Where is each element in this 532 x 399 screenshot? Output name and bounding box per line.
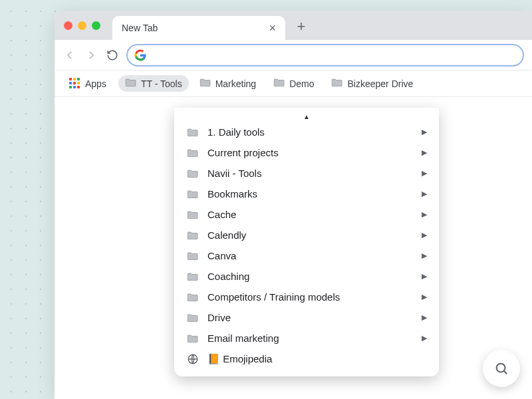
dropdown-item-label: 📙 Emojipedia xyxy=(207,353,272,365)
forward-button[interactable] xyxy=(84,48,98,63)
submenu-arrow-icon: ▶ xyxy=(422,231,427,239)
folder-icon xyxy=(273,78,285,89)
dropdown-item-label: Navii - Tools xyxy=(207,168,261,179)
maximize-window-button[interactable] xyxy=(92,21,100,30)
search-fab[interactable] xyxy=(483,350,520,387)
submenu-arrow-icon: ▶ xyxy=(422,334,427,342)
folder-icon xyxy=(186,272,200,281)
dropdown-item[interactable]: Cache▶ xyxy=(174,204,439,225)
folder-icon xyxy=(186,231,200,240)
bookmark-label: TT - Tools xyxy=(141,78,182,89)
dropdown-item-label: Current projects xyxy=(207,147,279,158)
folder-icon xyxy=(200,78,211,89)
dropdown-item-label: Coaching xyxy=(207,271,249,282)
folder-icon xyxy=(186,251,200,261)
tab-new-tab[interactable]: New Tab × xyxy=(112,16,285,40)
dropdown-item-label: Email marketing xyxy=(207,332,279,344)
bookmark-folder-marketing[interactable]: Marketing xyxy=(193,75,263,92)
dropdown-item-label: Canva xyxy=(207,250,236,261)
bookmark-label: Bizkeeper Drive xyxy=(347,78,413,89)
dropdown-item-label: Drive xyxy=(207,312,231,323)
dropdown-item[interactable]: Navii - Tools▶ xyxy=(174,163,439,184)
globe-icon xyxy=(186,353,200,365)
submenu-arrow-icon: ▶ xyxy=(422,293,427,301)
submenu-arrow-icon: ▶ xyxy=(422,190,427,198)
browser-window: New Tab × + Apps TT - Tool xyxy=(55,11,532,399)
tab-close-button[interactable]: × xyxy=(269,22,276,34)
folder-icon xyxy=(125,78,137,89)
folder-icon xyxy=(186,169,200,178)
dropdown-item-label: Calendly xyxy=(207,229,246,241)
dropdown-item[interactable]: Email marketing▶ xyxy=(174,328,439,348)
submenu-arrow-icon: ▶ xyxy=(422,313,427,322)
bookmark-label: Marketing xyxy=(215,78,256,89)
dropdown-item[interactable]: 1. Daily tools▶ xyxy=(174,122,439,142)
svg-point-1 xyxy=(497,364,505,372)
address-input[interactable] xyxy=(152,50,516,61)
apps-label: Apps xyxy=(85,78,106,89)
bookmark-folder-bizkeeper-drive[interactable]: Bizkeeper Drive xyxy=(325,75,420,92)
window-controls xyxy=(64,11,112,40)
folder-icon xyxy=(186,190,200,199)
dropdown-item[interactable]: Calendly▶ xyxy=(174,225,439,245)
submenu-arrow-icon: ▶ xyxy=(422,169,427,178)
folder-icon xyxy=(186,313,200,323)
dropdown-item[interactable]: 📙 Emojipedia xyxy=(174,348,439,370)
folder-icon xyxy=(331,78,343,89)
reload-button[interactable] xyxy=(105,48,120,63)
dropdown-item[interactable]: Coaching▶ xyxy=(174,266,439,287)
dropdown-item-label: 1. Daily tools xyxy=(207,126,265,138)
tab-title: New Tab xyxy=(122,23,158,33)
dropdown-scroll-up[interactable]: ▲ xyxy=(174,112,439,122)
dropdown-item[interactable]: Bookmarks▶ xyxy=(174,184,439,204)
folder-icon xyxy=(186,128,200,137)
folder-icon xyxy=(186,334,200,343)
close-window-button[interactable] xyxy=(64,21,72,30)
folder-icon xyxy=(186,148,200,158)
address-bar[interactable] xyxy=(126,44,524,66)
toolbar xyxy=(55,40,532,70)
apps-icon xyxy=(69,78,81,90)
dropdown-item-label: Bookmarks xyxy=(207,188,257,200)
submenu-arrow-icon: ▶ xyxy=(422,210,427,219)
submenu-arrow-icon: ▶ xyxy=(422,272,427,281)
submenu-arrow-icon: ▶ xyxy=(422,128,427,136)
search-icon xyxy=(494,361,509,376)
submenu-arrow-icon: ▶ xyxy=(422,251,427,260)
folder-icon xyxy=(186,293,200,302)
dropdown-item[interactable]: Drive▶ xyxy=(174,307,439,328)
dropdown-item[interactable]: Current projects▶ xyxy=(174,142,439,163)
dropdown-item[interactable]: Competitors / Training models▶ xyxy=(174,287,439,307)
folder-icon xyxy=(186,210,200,219)
bookmark-label: Demo xyxy=(289,78,314,89)
bookmark-folder-tt-tools[interactable]: TT - Tools xyxy=(118,75,189,92)
dropdown-item-label: Competitors / Training models xyxy=(207,291,340,303)
dropdown-item-label: Cache xyxy=(207,209,236,220)
bookmark-folder-demo[interactable]: Demo xyxy=(267,75,321,92)
submenu-arrow-icon: ▶ xyxy=(422,148,427,157)
tab-strip: New Tab × + xyxy=(55,11,532,40)
google-icon xyxy=(134,49,146,61)
apps-button[interactable]: Apps xyxy=(63,75,113,92)
new-tab-button[interactable]: + xyxy=(291,16,312,37)
minimize-window-button[interactable] xyxy=(78,21,86,30)
bookmarks-bar: Apps TT - ToolsMarketingDemoBizkeeper Dr… xyxy=(55,70,532,97)
back-button[interactable] xyxy=(63,48,77,63)
bookmarks-folder-dropdown: ▲ 1. Daily tools▶Current projects▶Navii … xyxy=(174,108,439,376)
dropdown-item[interactable]: Canva▶ xyxy=(174,245,439,266)
